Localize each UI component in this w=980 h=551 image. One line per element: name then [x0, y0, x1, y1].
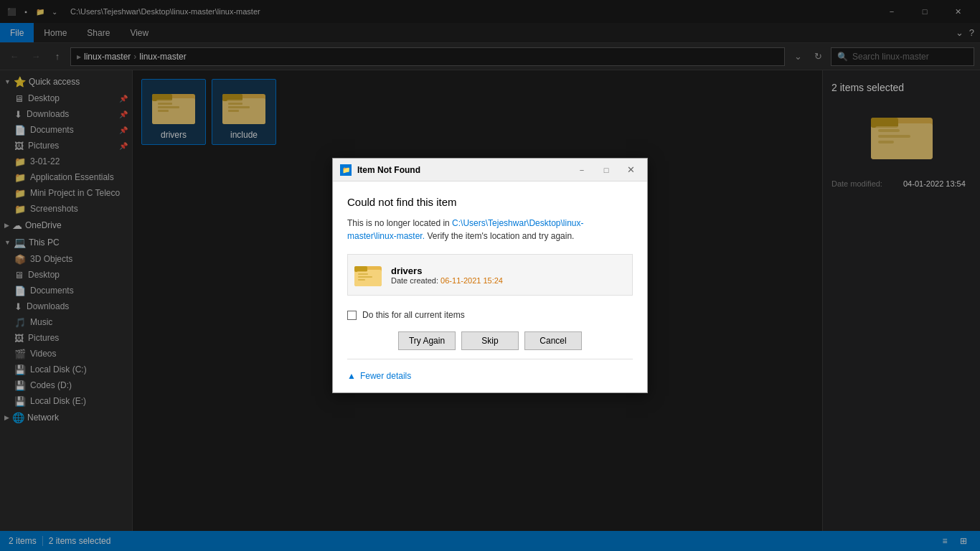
dialog-item-row: drivers Date created: 06-11-2021 15:24 — [347, 254, 633, 296]
do-for-all-checkbox[interactable] — [347, 311, 357, 320]
svg-rect-27 — [358, 279, 365, 281]
fewer-details-icon: ▲ — [347, 371, 356, 381]
item-not-found-dialog: 📁 Item Not Found − □ ✕ Could not find th… — [332, 158, 648, 393]
dialog-checkbox-row[interactable]: Do this for all current items — [347, 310, 633, 320]
svg-rect-23 — [354, 266, 367, 272]
dialog-error-body: This is no longer located in C:\Users\Te… — [347, 217, 633, 242]
dialog-date-created-label: Date created: — [391, 276, 438, 285]
dialog-app-icon: 📁 — [340, 164, 352, 176]
fewer-details-label: Fewer details — [360, 371, 411, 381]
svg-rect-26 — [358, 276, 372, 278]
skip-button[interactable]: Skip — [461, 331, 519, 350]
dialog-item-info: drivers Date created: 06-11-2021 15:24 — [391, 265, 626, 285]
do-for-all-label: Do this for all current items — [362, 310, 465, 320]
cancel-button[interactable]: Cancel — [524, 331, 582, 350]
dialog-title-bar: 📁 Item Not Found − □ ✕ — [333, 159, 647, 182]
dialog-item-date: Date created: 06-11-2021 15:24 — [391, 276, 626, 285]
dialog-title: Item Not Found — [357, 165, 567, 175]
dialog-maximize-button[interactable]: □ — [597, 161, 616, 179]
dialog-item-name: drivers — [391, 265, 626, 276]
dialog-body: Could not find this item This is no long… — [333, 182, 647, 392]
dialog-item-folder-icon — [354, 260, 382, 289]
dialog-error-title: Could not find this item — [347, 196, 633, 208]
dialog-error-line1: This is no longer located in — [347, 218, 450, 228]
dialog-minimize-button[interactable]: − — [573, 161, 591, 179]
dialog-buttons: Try Again Skip Cancel — [347, 331, 633, 350]
dialog-overlay: 📁 Item Not Found − □ ✕ Could not find th… — [0, 0, 980, 551]
try-again-button[interactable]: Try Again — [398, 331, 456, 350]
dialog-close-button[interactable]: ✕ — [621, 161, 640, 179]
dialog-error-line2: Verify the item's location and try again… — [427, 231, 574, 241]
fewer-details-toggle[interactable]: ▲ Fewer details — [347, 368, 633, 381]
svg-rect-25 — [358, 273, 368, 275]
dialog-divider — [347, 359, 633, 359]
dialog-date-created-value: 06-11-2021 15:24 — [440, 276, 503, 285]
